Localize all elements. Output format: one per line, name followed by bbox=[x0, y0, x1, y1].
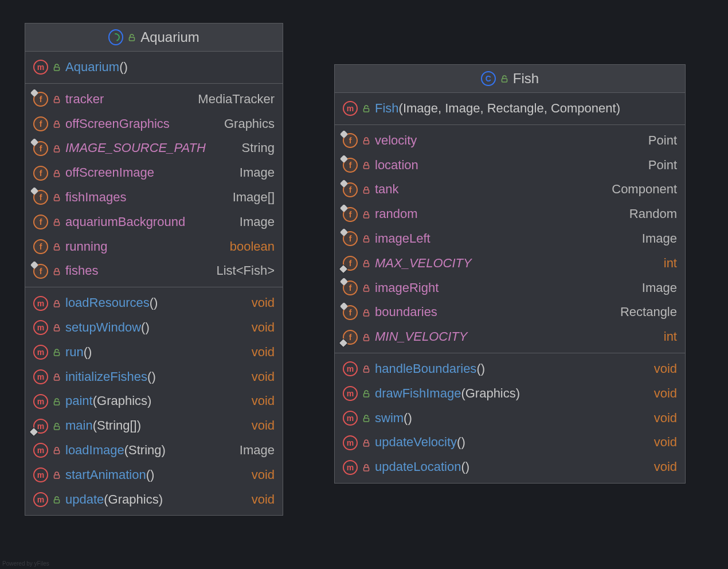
method-row[interactable]: m initializeFishes() void bbox=[25, 365, 283, 389]
field-icon: f bbox=[33, 239, 48, 254]
method-icon: m bbox=[33, 320, 48, 335]
class-header[interactable]: C Fish bbox=[335, 65, 685, 93]
lock-icon bbox=[53, 243, 61, 251]
field-name: offScreenImage bbox=[65, 165, 154, 180]
field-row[interactable]: f IMAGE_SOURCE_PATH String bbox=[25, 136, 283, 161]
field-row[interactable]: f MAX_VELOCITY int bbox=[335, 251, 685, 276]
method-row[interactable]: m main(String[]) void bbox=[25, 414, 283, 438]
field-icon: f bbox=[33, 215, 48, 229]
method-name: main bbox=[65, 418, 93, 432]
field-row[interactable]: f imageLeft Image bbox=[335, 227, 685, 251]
field-row[interactable]: f boundaries Rectangle bbox=[335, 300, 685, 325]
method-row[interactable]: m run() void bbox=[25, 340, 283, 365]
fields-section: f velocity Point f location Point f bbox=[335, 125, 685, 353]
lock-icon bbox=[362, 259, 370, 267]
field-type: Image bbox=[642, 280, 677, 295]
method-row[interactable]: m swim() void bbox=[335, 406, 685, 431]
class-aquarium[interactable]: Aquarium m Aquarium() f tracker MediaTra… bbox=[25, 23, 283, 516]
method-name: loadImage bbox=[65, 443, 124, 457]
constructors-section: m Fish(Image, Image, Rectangle, Componen… bbox=[335, 93, 685, 125]
field-icon: f bbox=[343, 182, 358, 197]
method-row[interactable]: m updateLocation() void bbox=[335, 455, 685, 480]
lock-icon bbox=[362, 186, 370, 194]
field-name: boundaries bbox=[375, 305, 437, 319]
method-row[interactable]: m setupWindow() void bbox=[25, 315, 283, 340]
field-row[interactable]: f running boolean bbox=[25, 235, 283, 259]
field-row[interactable]: f MIN_VELOCITY int bbox=[335, 325, 685, 349]
lock-icon bbox=[362, 365, 370, 373]
method-row[interactable]: m drawFishImage(Graphics) void bbox=[335, 381, 685, 406]
field-type: Image bbox=[642, 231, 677, 245]
field-name: fishImages bbox=[65, 190, 126, 204]
class-header[interactable]: Aquarium bbox=[25, 24, 283, 52]
method-row[interactable]: m Fish(Image, Image, Rectangle, Componen… bbox=[335, 96, 685, 121]
method-icon: m bbox=[343, 101, 358, 116]
svg-rect-12 bbox=[54, 352, 60, 356]
field-name: aquariumBackground bbox=[65, 215, 185, 229]
field-row[interactable]: f velocity Point bbox=[335, 128, 685, 153]
svg-rect-9 bbox=[54, 271, 60, 275]
svg-rect-1 bbox=[54, 67, 60, 71]
method-name: setupWindow bbox=[65, 320, 141, 334]
method-row[interactable]: m loadResources() void bbox=[25, 291, 283, 315]
svg-rect-34 bbox=[364, 467, 369, 471]
method-return: void bbox=[252, 369, 275, 384]
method-row[interactable]: m startAnimation() void bbox=[25, 463, 283, 488]
lock-icon bbox=[53, 169, 61, 177]
method-name: Fish bbox=[375, 101, 399, 115]
method-params: (Graphics) bbox=[93, 393, 152, 408]
method-row[interactable]: m update(Graphics) void bbox=[25, 488, 283, 512]
field-icon: f bbox=[343, 207, 358, 222]
field-row[interactable]: f imageRight Image bbox=[335, 276, 685, 301]
field-name: IMAGE_SOURCE_PATH bbox=[65, 141, 206, 155]
lock-icon bbox=[53, 446, 61, 454]
method-return: void bbox=[252, 345, 275, 359]
class-fish[interactable]: C Fish m Fish(Image, Image, Rectangle, C… bbox=[334, 64, 686, 484]
method-name: swim bbox=[375, 411, 404, 425]
svg-rect-11 bbox=[54, 328, 60, 331]
method-icon: m bbox=[33, 369, 48, 384]
field-type: Image bbox=[240, 215, 275, 229]
method-row[interactable]: m updateVelocity() void bbox=[335, 430, 685, 455]
svg-rect-20 bbox=[364, 108, 369, 112]
lock-icon bbox=[362, 284, 370, 292]
method-icon: m bbox=[33, 492, 48, 507]
method-row[interactable]: m paint(Graphics) void bbox=[25, 389, 283, 414]
fields-section: f tracker MediaTracker f offScreenGraphi… bbox=[25, 84, 283, 287]
method-return: void bbox=[252, 393, 275, 408]
field-row[interactable]: f aquariumBackground Image bbox=[25, 210, 283, 235]
class-refresh-icon bbox=[108, 30, 123, 45]
field-row[interactable]: f offScreenImage Image bbox=[25, 161, 283, 185]
svg-rect-2 bbox=[54, 99, 60, 103]
method-row[interactable]: m loadImage(String) Image bbox=[25, 438, 283, 463]
field-icon: f bbox=[343, 158, 358, 173]
svg-rect-4 bbox=[54, 149, 60, 152]
field-type: int bbox=[664, 256, 677, 270]
svg-rect-18 bbox=[54, 500, 60, 503]
method-row[interactable]: m handleBoundaries() void bbox=[335, 357, 685, 381]
field-name: random bbox=[375, 206, 418, 221]
field-icon: f bbox=[343, 280, 358, 295]
field-row[interactable]: f fishes List<Fish> bbox=[25, 259, 283, 283]
method-return: void bbox=[654, 386, 677, 400]
field-row[interactable]: f tank Component bbox=[335, 177, 685, 202]
class-title: Fish bbox=[513, 71, 539, 87]
field-row[interactable]: f fishImages Image[] bbox=[25, 185, 283, 210]
method-return: void bbox=[654, 361, 677, 376]
field-row[interactable]: f offScreenGraphics Graphics bbox=[25, 112, 283, 137]
lock-icon bbox=[53, 267, 61, 275]
field-type: boolean bbox=[230, 239, 275, 254]
method-return: void bbox=[252, 295, 275, 310]
field-row[interactable]: f tracker MediaTracker bbox=[25, 87, 283, 112]
field-row[interactable]: f random Random bbox=[335, 202, 685, 227]
svg-rect-5 bbox=[54, 173, 60, 177]
lock-icon bbox=[362, 235, 370, 243]
method-row[interactable]: m Aquarium() bbox=[25, 55, 283, 80]
svg-rect-29 bbox=[364, 337, 369, 341]
field-type: Random bbox=[629, 206, 677, 221]
field-row[interactable]: f location Point bbox=[335, 153, 685, 178]
method-return: void bbox=[654, 459, 677, 474]
field-icon: f bbox=[33, 166, 48, 181]
svg-rect-28 bbox=[364, 313, 369, 316]
field-name: imageRight bbox=[375, 280, 439, 295]
